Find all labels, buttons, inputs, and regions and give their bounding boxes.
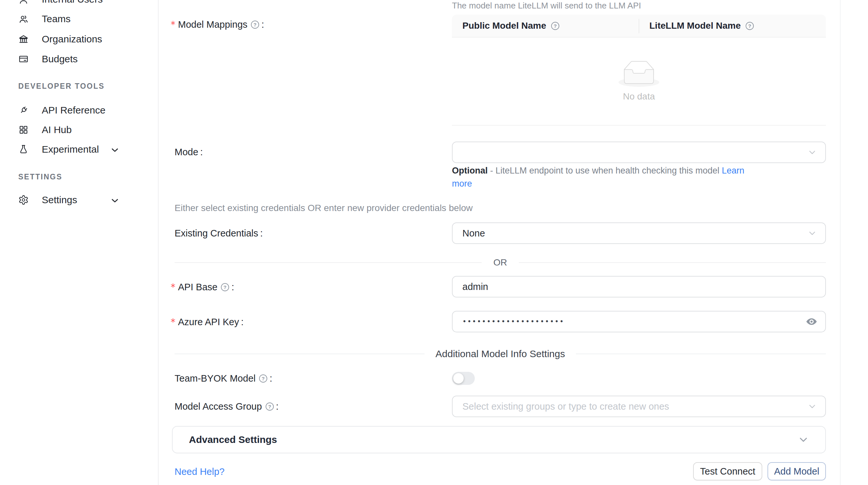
mode-help-text: Optional - LiteLLM endpoint to use when … — [452, 164, 744, 190]
gear-icon — [18, 195, 29, 205]
svg-text:?: ? — [554, 23, 557, 29]
learn-more-link[interactable]: more — [452, 179, 472, 189]
sidebar-item-label: AI Hub — [42, 124, 72, 135]
sidebar-item-label: API Reference — [42, 105, 105, 116]
chevron-down-icon — [110, 195, 120, 206]
column-header-public-model-name: Public Model Name ? — [452, 15, 639, 37]
mode-select[interactable] — [452, 141, 826, 163]
litellm-model-name-help: The model name LiteLLM will send to the … — [452, 1, 641, 11]
credentials-note: Either select existing credentials OR en… — [175, 203, 473, 213]
sidebar-item-settings[interactable]: Settings — [0, 190, 153, 210]
sidebar-item-label: Organizations — [42, 34, 102, 45]
model-mappings-label: * Model Mappings ? : — [170, 19, 264, 30]
column-header-litellm-model-name: LiteLLM Model Name ? — [639, 15, 826, 37]
column-divider — [639, 19, 639, 33]
existing-credentials-select[interactable]: None — [452, 222, 826, 244]
sidebar-section-developer-tools: DEVELOPER TOOLS — [18, 81, 105, 91]
eye-icon[interactable] — [806, 316, 817, 327]
existing-credentials-label: Existing Credentials : — [175, 228, 263, 239]
advanced-settings-panel[interactable]: Advanced Settings — [172, 426, 826, 453]
team-byok-label: Team-BYOK Model ? : — [175, 373, 272, 384]
svg-text:?: ? — [223, 284, 226, 290]
additional-info-divider-text: Additional Model Info Settings — [425, 348, 576, 359]
help-circle-icon[interactable]: ? — [551, 22, 560, 30]
table-empty-state: No data — [452, 37, 826, 126]
required-mark: * — [170, 316, 176, 327]
required-mark: * — [170, 19, 176, 30]
sidebar-item-experimental[interactable]: Experimental — [0, 139, 153, 159]
help-circle-icon[interactable]: ? — [251, 20, 259, 29]
model-access-group-label: Model Access Group ? : — [175, 401, 279, 412]
help-circle-icon[interactable]: ? — [745, 22, 754, 30]
sidebar-item-label: Internal Users — [42, 0, 103, 5]
select-placeholder: Select existing groups or type to create… — [462, 401, 669, 412]
sidebar-item-label: Settings — [42, 194, 77, 205]
sidebar-section-settings: SETTINGS — [18, 172, 62, 182]
svg-text:?: ? — [253, 22, 256, 27]
or-divider-text: OR — [482, 257, 519, 268]
azure-api-key-input[interactable]: ••••••••••••••••••••• — [452, 311, 826, 332]
empty-inbox-icon — [618, 61, 659, 87]
masked-password-value: ••••••••••••••••••••• — [462, 318, 564, 325]
help-circle-icon[interactable]: ? — [221, 283, 229, 292]
sidebar-item-label: Teams — [42, 13, 70, 25]
advanced-settings-title: Advanced Settings — [189, 434, 277, 445]
user-icon — [18, 0, 29, 5]
azure-api-key-label: * Azure API Key : — [170, 316, 244, 327]
sidebar-item-teams[interactable]: Teams — [0, 9, 153, 29]
chevron-down-icon — [110, 145, 120, 155]
api-base-input[interactable] — [462, 282, 815, 292]
chevron-down-icon — [808, 229, 817, 238]
sidebar-item-label: Budgets — [42, 54, 78, 65]
add-model-button[interactable]: Add Model — [768, 462, 826, 480]
test-connect-button[interactable]: Test Connect — [693, 462, 762, 480]
model-access-group-select[interactable]: Select existing groups or type to create… — [452, 396, 826, 417]
bank-icon — [18, 34, 29, 44]
toggle-knob — [453, 373, 464, 384]
content-right-border — [840, 0, 841, 485]
sidebar-item-budgets[interactable]: Budgets — [0, 49, 153, 69]
sidebar-item-internal-users[interactable]: Internal Users — [0, 0, 153, 9]
sidebar-item-organizations[interactable]: Organizations — [0, 29, 153, 49]
grid-icon — [18, 125, 29, 135]
sidebar-item-api-reference[interactable]: API Reference — [0, 100, 153, 120]
chevron-down-icon — [798, 434, 809, 445]
svg-text:?: ? — [268, 404, 271, 409]
sidebar: Internal Users Teams Organizations Budge… — [0, 0, 159, 485]
selected-value: None — [462, 228, 485, 239]
required-mark: * — [170, 282, 176, 293]
api-base-input-wrap — [452, 276, 826, 297]
no-data-text: No data — [623, 91, 655, 102]
sidebar-item-ai-hub[interactable]: AI Hub — [0, 120, 153, 139]
team-byok-toggle[interactable] — [452, 372, 475, 385]
teams-icon — [18, 14, 29, 24]
api-base-label: * API Base ? : — [170, 282, 234, 293]
need-help-link[interactable]: Need Help? — [175, 466, 224, 477]
or-divider: OR — [175, 258, 826, 267]
credit-card-icon — [18, 54, 29, 64]
additional-info-divider: Additional Model Info Settings — [175, 349, 826, 359]
help-circle-icon[interactable]: ? — [265, 402, 274, 411]
plug-icon — [18, 105, 29, 116]
model-mappings-table: Public Model Name ? LiteLLM Model Name ?… — [452, 15, 826, 126]
svg-text:?: ? — [262, 376, 265, 381]
svg-text:?: ? — [748, 23, 751, 29]
chevron-down-icon — [808, 148, 817, 157]
learn-more-link[interactable]: Learn — [722, 166, 744, 175]
help-circle-icon[interactable]: ? — [259, 374, 268, 383]
sidebar-item-label: Experimental — [42, 144, 99, 155]
chevron-down-icon — [808, 402, 817, 411]
table-header-row: Public Model Name ? LiteLLM Model Name ? — [452, 15, 826, 37]
flask-icon — [18, 144, 29, 155]
mode-label: Mode : — [175, 147, 203, 158]
